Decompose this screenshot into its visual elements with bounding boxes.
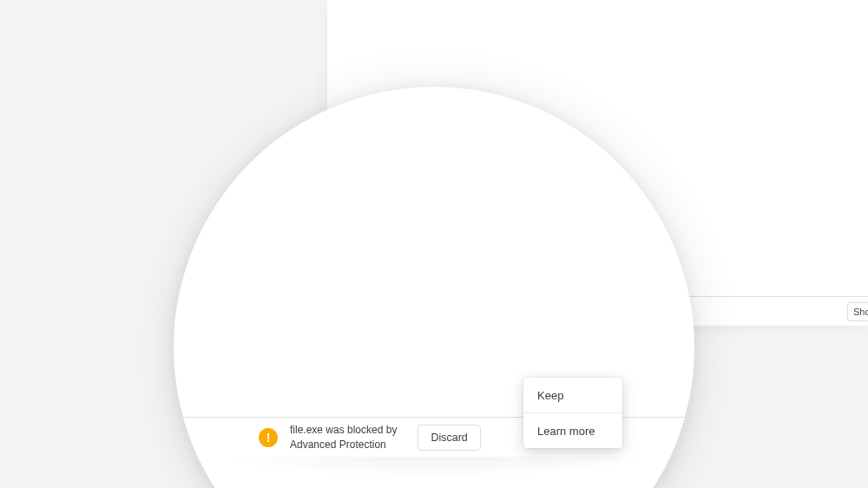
discard-label: Discard — [431, 432, 467, 444]
warning-icon: ! — [259, 428, 278, 447]
blocked-line-2: Advanced Protection — [290, 438, 397, 452]
menu-item-keep-label: Keep — [537, 389, 563, 402]
blocked-download-message: file.exe was blocked by Advanced Protect… — [290, 423, 397, 451]
download-options-menu: Keep Learn more — [523, 378, 622, 448]
menu-item-keep[interactable]: Keep — [523, 378, 622, 412]
show-all-label: Show — [853, 307, 868, 317]
discard-button[interactable]: Discard — [418, 425, 480, 451]
blocked-line-1: file.exe was blocked by — [290, 423, 397, 437]
show-all-button[interactable]: Show — [847, 302, 868, 321]
menu-item-learn-more-label: Learn more — [537, 425, 595, 438]
menu-item-learn-more[interactable]: Learn more — [523, 413, 622, 448]
shadow-decoration — [217, 457, 651, 478]
